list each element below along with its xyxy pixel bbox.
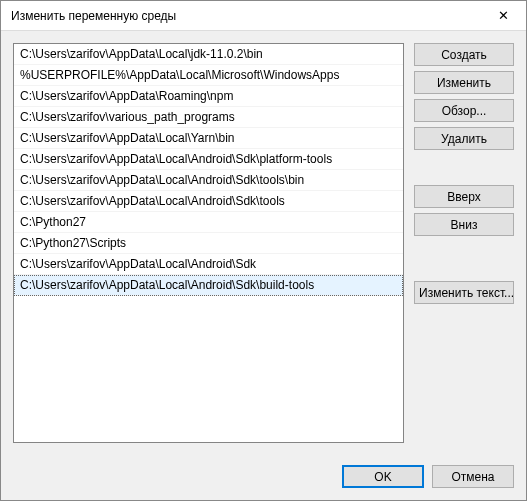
create-button[interactable]: Создать xyxy=(414,43,514,66)
list-item[interactable]: C:\Users\zarifov\AppData\Local\Android\S… xyxy=(14,254,403,275)
cancel-button[interactable]: Отмена xyxy=(432,465,514,488)
list-item[interactable]: C:\Users\zarifov\various_path_programs xyxy=(14,107,403,128)
close-icon: ✕ xyxy=(498,9,509,22)
browse-button[interactable]: Обзор... xyxy=(414,99,514,122)
path-listbox[interactable]: C:\Users\zarifov\AppData\Local\jdk-11.0.… xyxy=(13,43,404,443)
list-item[interactable]: C:\Python27 xyxy=(14,212,403,233)
list-item[interactable]: C:\Users\zarifov\AppData\Roaming\npm xyxy=(14,86,403,107)
spacer xyxy=(414,241,514,276)
spacer xyxy=(414,155,514,180)
bottom-button-bar: OK Отмена xyxy=(1,455,526,500)
delete-button[interactable]: Удалить xyxy=(414,127,514,150)
list-item[interactable]: %USERPROFILE%\AppData\Local\Microsoft\Wi… xyxy=(14,65,403,86)
move-down-button[interactable]: Вниз xyxy=(414,213,514,236)
titlebar: Изменить переменную среды ✕ xyxy=(1,1,526,31)
list-item[interactable]: C:\Users\zarifov\AppData\Local\jdk-11.0.… xyxy=(14,44,403,65)
dialog-window: Изменить переменную среды ✕ C:\Users\zar… xyxy=(0,0,527,501)
content-area: C:\Users\zarifov\AppData\Local\jdk-11.0.… xyxy=(1,31,526,455)
list-item[interactable]: C:\Users\zarifov\AppData\Local\Android\S… xyxy=(14,170,403,191)
close-button[interactable]: ✕ xyxy=(481,1,526,31)
list-item[interactable]: C:\Users\zarifov\AppData\Local\Android\S… xyxy=(14,275,403,296)
ok-button[interactable]: OK xyxy=(342,465,424,488)
list-item[interactable]: C:\Users\zarifov\AppData\Local\Yarn\bin xyxy=(14,128,403,149)
list-item[interactable]: C:\Users\zarifov\AppData\Local\Android\S… xyxy=(14,149,403,170)
edit-text-button[interactable]: Изменить текст... xyxy=(414,281,514,304)
side-button-panel: Создать Изменить Обзор... Удалить Вверх … xyxy=(414,43,514,443)
move-up-button[interactable]: Вверх xyxy=(414,185,514,208)
list-item[interactable]: C:\Users\zarifov\AppData\Local\Android\S… xyxy=(14,191,403,212)
list-item[interactable]: C:\Python27\Scripts xyxy=(14,233,403,254)
edit-button[interactable]: Изменить xyxy=(414,71,514,94)
window-title: Изменить переменную среды xyxy=(1,9,176,23)
